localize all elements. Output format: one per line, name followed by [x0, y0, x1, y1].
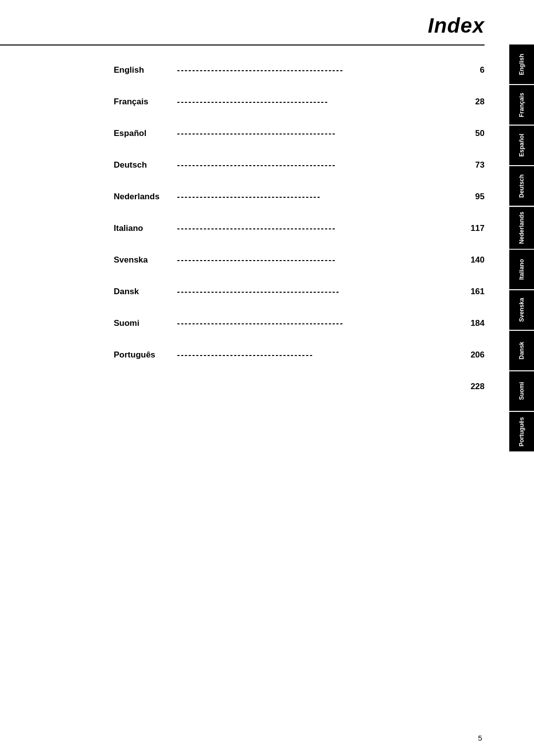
index-entry[interactable]: Dansk-----------------------------------… — [114, 276, 485, 308]
entry-dots: ----------------------------------------… — [177, 223, 461, 233]
side-tabs: EnglishFrançaisEspañolDeutschNederlandsI… — [509, 44, 534, 452]
last-page-entry: 228 — [114, 371, 485, 402]
page-container: Index English---------------------------… — [0, 0, 534, 756]
index-list: English---------------------------------… — [114, 54, 485, 402]
side-tab-portugues[interactable]: Português — [509, 412, 534, 451]
entry-label: Français — [114, 97, 173, 107]
entry-dots: ----------------------------------------… — [177, 287, 461, 297]
entry-page: 50 — [465, 129, 485, 138]
entry-label: Italiano — [114, 223, 173, 233]
entry-dots: ----------------------------------------… — [177, 160, 461, 170]
index-entry[interactable]: Deutsch---------------------------------… — [114, 149, 485, 181]
entry-page: 6 — [465, 65, 485, 75]
entry-page: 184 — [465, 318, 485, 328]
entry-label: Español — [114, 129, 173, 138]
side-tab-english[interactable]: English — [509, 44, 534, 84]
index-entry[interactable]: Português-------------------------------… — [114, 339, 485, 371]
entry-dots: ----------------------------------------… — [177, 129, 461, 138]
entry-page: 73 — [465, 160, 485, 170]
index-entry[interactable]: Svenska---------------------------------… — [114, 244, 485, 276]
side-tab-deutsch[interactable]: Deutsch — [509, 166, 534, 206]
index-entry[interactable]: Italiano--------------------------------… — [114, 213, 485, 244]
side-tab-suomi[interactable]: Suomi — [509, 371, 534, 411]
page-title: Index — [428, 14, 485, 38]
entry-page: 140 — [465, 255, 485, 265]
index-entry[interactable]: Español---------------------------------… — [114, 118, 485, 149]
entry-page: 161 — [465, 287, 485, 297]
entry-page: 28 — [465, 97, 485, 107]
entry-label: Svenska — [114, 255, 173, 265]
side-tab-italiano[interactable]: Italiano — [509, 250, 534, 289]
index-entry[interactable]: Nederlands------------------------------… — [114, 181, 485, 213]
entry-dots: ----------------------------------------… — [177, 255, 461, 265]
page-number: 5 — [478, 734, 482, 742]
side-tab-dansk[interactable]: Dansk — [509, 331, 534, 370]
title-rule — [0, 44, 485, 45]
entry-label: Dansk — [114, 287, 173, 297]
side-tab-espanol[interactable]: Español — [509, 126, 534, 165]
entry-label: English — [114, 65, 173, 75]
side-tab-francais[interactable]: Français — [509, 85, 534, 125]
entry-label: Deutsch — [114, 160, 173, 170]
index-entry[interactable]: Français--------------------------------… — [114, 86, 485, 118]
entry-label: Nederlands — [114, 192, 173, 202]
entry-page: 206 — [465, 350, 485, 360]
entry-dots: ---------------------------------------- — [177, 97, 461, 107]
entry-dots: ------------------------------------ — [177, 350, 461, 360]
entry-page: 95 — [465, 192, 485, 202]
entry-page: 117 — [465, 223, 485, 233]
entry-dots: -------------------------------------- — [177, 192, 461, 202]
index-entry[interactable]: English---------------------------------… — [114, 54, 485, 86]
entry-label: Suomi — [114, 318, 173, 328]
entry-dots: ----------------------------------------… — [177, 318, 461, 328]
side-tab-svenska[interactable]: Svenska — [509, 290, 534, 330]
entry-dots: ----------------------------------------… — [177, 65, 461, 75]
index-entry[interactable]: Suomi-----------------------------------… — [114, 308, 485, 339]
entry-label: Português — [114, 350, 173, 360]
side-tab-nederlands[interactable]: Nederlands — [509, 207, 534, 249]
